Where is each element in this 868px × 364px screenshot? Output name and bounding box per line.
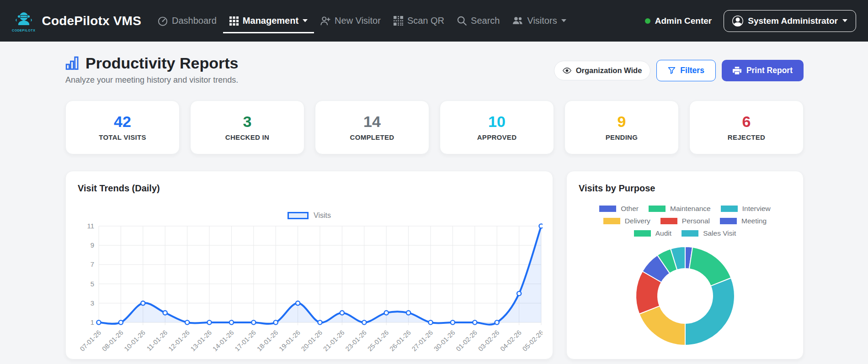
svg-text:26-01-26: 26-01-26	[388, 329, 412, 353]
eye-icon	[563, 66, 571, 75]
legend-item-maintenance[interactable]: Maintenance	[649, 205, 711, 213]
legend-item-sales-visit[interactable]: Sales Visit	[682, 229, 736, 237]
stat-card-rejected: 6REJECTED	[689, 100, 804, 154]
svg-text:30-01-26: 30-01-26	[432, 329, 456, 353]
svg-text:25-01-26: 25-01-26	[366, 329, 390, 353]
user-menu-label: System Administrator	[748, 16, 838, 26]
admin-center-label: Admin Center	[655, 16, 712, 26]
top-navbar: CODEPILOTX CodePilotx VMS DashboardManag…	[0, 0, 868, 42]
legend-row: AuditSales Visit	[634, 229, 736, 237]
stat-label: REJECTED	[728, 133, 765, 141]
organization-wide-label: Organization Wide	[576, 66, 642, 75]
nav-item-label: Management	[243, 16, 298, 26]
svg-text:12-01-26: 12-01-26	[167, 329, 191, 353]
svg-text:9: 9	[91, 241, 94, 249]
print-report-label: Print Report	[746, 66, 793, 75]
nav-item-new-visitor[interactable]: New Visitor	[314, 8, 387, 33]
stat-value: 42	[114, 114, 131, 129]
stat-card-pending: 9PENDING	[564, 100, 679, 154]
stat-value: 9	[618, 114, 626, 129]
svg-text:21-01-26: 21-01-26	[322, 329, 346, 353]
legend-swatch	[634, 230, 651, 237]
stat-card-completed: 14COMPLETED	[315, 100, 429, 154]
svg-text:05-02-26: 05-02-26	[521, 329, 543, 353]
chevron-down-icon	[303, 19, 308, 22]
legend-item-label: Interview	[742, 205, 771, 213]
visit-trends-title: Visit Trends (Daily)	[66, 171, 553, 194]
nav-item-label: Dashboard	[172, 16, 217, 26]
printer-icon	[733, 66, 741, 75]
legend-swatch	[721, 206, 738, 212]
svg-text:27-01-26: 27-01-26	[410, 329, 434, 353]
visits-legend-swatch	[288, 212, 309, 219]
stat-label: COMPLETED	[350, 133, 394, 141]
svg-text:01-02-26: 01-02-26	[455, 329, 479, 353]
stat-value: 3	[243, 114, 252, 129]
legend-item-label: Audit	[655, 229, 671, 237]
people-icon	[512, 16, 523, 26]
legend-item-audit[interactable]: Audit	[634, 229, 671, 237]
legend-item-delivery[interactable]: Delivery	[603, 217, 650, 225]
svg-text:20-01-26: 20-01-26	[300, 329, 324, 353]
legend-item-label: Personal	[682, 217, 710, 225]
person-plus-icon	[320, 16, 330, 26]
organization-wide-button[interactable]: Organization Wide	[554, 61, 651, 80]
legend-item-meeting[interactable]: Meeting	[720, 217, 767, 225]
svg-text:04-02-26: 04-02-26	[499, 329, 522, 353]
nav-item-label: Scan QR	[407, 16, 444, 26]
chevron-down-icon	[561, 19, 566, 22]
qr-code-icon	[394, 16, 403, 26]
svg-text:17-01-26: 17-01-26	[234, 329, 257, 353]
stat-label: APPROVED	[477, 133, 517, 141]
visits-by-purpose-title: Visits by Purpose	[567, 171, 803, 194]
nav-item-management[interactable]: Management	[223, 8, 314, 33]
legend-swatch	[720, 218, 737, 224]
print-report-button[interactable]: Print Report	[722, 60, 804, 81]
stat-value: 10	[488, 114, 506, 129]
stat-card-approved: 10APPROVED	[440, 100, 554, 154]
legend-item-label: Meeting	[741, 217, 767, 225]
filters-button[interactable]: Filters	[656, 60, 716, 81]
main-content: Productivity Reports Analyze your meetin…	[0, 54, 868, 359]
svg-text:7: 7	[91, 260, 94, 268]
admin-center-status: Admin Center	[645, 16, 712, 26]
stats-row: 42TOTAL VISITS3CHECKED IN14COMPLETED10AP…	[65, 100, 804, 154]
donut-slice-delivery[interactable]	[639, 306, 685, 345]
legend-item-interview[interactable]: Interview	[721, 205, 771, 213]
svg-text:03-02-26: 03-02-26	[477, 329, 501, 353]
user-menu-button[interactable]: System Administrator	[724, 10, 856, 32]
page-subtitle: Analyze your meeting history and visitor…	[65, 75, 238, 85]
donut-slice-interview[interactable]	[685, 278, 735, 345]
svg-text:10-01-26: 10-01-26	[123, 329, 147, 353]
brand[interactable]: CODEPILOTX CodePilotx VMS	[12, 10, 141, 32]
stat-card-checked-in: 3CHECKED IN	[190, 100, 304, 154]
legend-row: OtherMaintenanceInterview	[599, 205, 771, 213]
page-title-block: Productivity Reports Analyze your meetin…	[65, 54, 238, 85]
legend-item-label: Sales Visit	[703, 229, 736, 237]
legend-item-other[interactable]: Other	[599, 205, 639, 213]
brand-name: CodePilotx VMS	[42, 14, 142, 28]
nav-item-scan-qr[interactable]: Scan QR	[387, 8, 451, 33]
navbar-items: DashboardManagementNew VisitorScan QRSea…	[151, 8, 573, 33]
svg-text:13-01-26: 13-01-26	[189, 329, 213, 353]
svg-text:18-01-26: 18-01-26	[256, 329, 279, 353]
svg-text:23-01-26: 23-01-26	[344, 329, 368, 353]
nav-item-search[interactable]: Search	[451, 8, 506, 33]
stat-label: TOTAL VISITS	[99, 133, 146, 141]
nav-item-label: New Visitor	[335, 16, 381, 26]
legend-swatch	[682, 230, 698, 237]
nav-item-visitors[interactable]: Visitors	[506, 8, 572, 33]
visits-legend-label: Visits	[314, 211, 331, 220]
legend-row: DeliveryPersonalMeeting	[603, 217, 767, 225]
legend-swatch	[599, 206, 616, 212]
visit-trends-legend[interactable]: Visits	[66, 211, 553, 220]
stat-label: PENDING	[606, 133, 638, 141]
svg-text:07-01-26: 07-01-26	[79, 329, 102, 353]
legend-item-label: Delivery	[625, 217, 650, 225]
visits-by-purpose-legend: OtherMaintenanceInterviewDeliveryPersona…	[567, 205, 803, 237]
svg-text:14-01-26: 14-01-26	[211, 329, 235, 353]
legend-item-personal[interactable]: Personal	[660, 217, 710, 225]
page-title: Productivity Reports	[85, 54, 238, 72]
svg-text:19-01-26: 19-01-26	[277, 329, 301, 353]
nav-item-dashboard[interactable]: Dashboard	[151, 8, 223, 33]
